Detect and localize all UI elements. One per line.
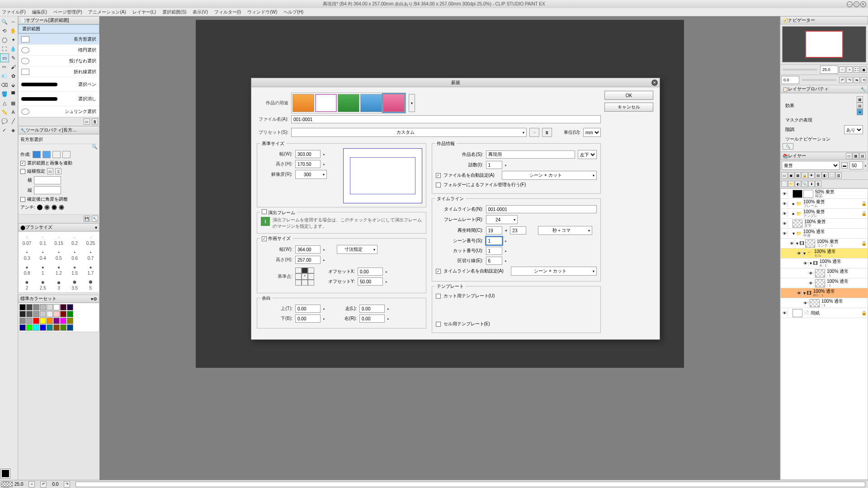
div-input[interactable] [486, 257, 502, 265]
menu-filter[interactable]: フィルター(I) [214, 9, 241, 15]
color-swatch[interactable] [19, 304, 26, 310]
base-h[interactable] [295, 160, 321, 168]
tool-brush-icon[interactable]: 🖌 [9, 62, 18, 71]
aspect-w[interactable] [34, 176, 61, 184]
reset-icon[interactable]: ⟲ [861, 77, 867, 83]
brush-menu-icon[interactable]: ▾ [95, 225, 97, 230]
mode-add-icon[interactable] [42, 151, 51, 158]
color-swatch[interactable] [53, 318, 60, 324]
filename-input[interactable] [291, 115, 601, 123]
tool-eyedrop-icon[interactable]: 💧 [9, 44, 18, 53]
anti-3-icon[interactable] [52, 205, 57, 210]
arrow-icon[interactable]: ▸ [323, 162, 325, 166]
arrow-icon[interactable]: ▸ [323, 248, 325, 252]
tool-grad-icon[interactable]: ▀ [9, 89, 18, 99]
drawsize-check[interactable]: ✓ [262, 236, 267, 241]
anti-4-icon[interactable] [59, 205, 64, 210]
preset-save-icon[interactable]: ▫ [529, 128, 539, 137]
layer-row[interactable]: 👁▾ 🎞100% 通常BG : 1 [781, 288, 868, 298]
lt-4-icon[interactable]: 🔒 [802, 172, 808, 178]
mode-sub-icon[interactable] [52, 151, 61, 158]
lt-new-icon[interactable]: 📄 [781, 181, 788, 187]
eye-icon[interactable]: 👁 [782, 310, 788, 316]
menu-help[interactable]: ヘルプ(H) [283, 9, 303, 15]
lt-1-icon[interactable]: ▭ [781, 172, 788, 178]
color-swatch[interactable] [40, 324, 46, 331]
offy[interactable] [358, 277, 383, 286]
foreground-color[interactable] [1, 469, 10, 478]
color-swatch[interactable] [19, 324, 26, 331]
maximize-icon[interactable]: □ [854, 1, 859, 7]
size-cell[interactable]: •0.6 [67, 248, 82, 262]
tool-ruler-icon[interactable]: 📏 [0, 108, 9, 117]
color-swatch[interactable] [53, 304, 60, 310]
angle-value[interactable] [781, 76, 799, 84]
color-swatch[interactable] [40, 304, 46, 310]
margin-t[interactable] [295, 305, 321, 313]
usage-anim[interactable] [383, 94, 405, 112]
tool-zoom-icon[interactable]: 🔍 [0, 17, 9, 26]
arrow-icon[interactable]: ▸ [505, 163, 507, 167]
link-check[interactable]: ✓ [20, 161, 25, 166]
subtool-ellipse[interactable]: 楕円選択 [19, 45, 99, 56]
tool-crop-icon[interactable]: ⛶ [0, 44, 9, 53]
tool-marquee-icon[interactable]: ▭ [0, 53, 9, 62]
lt-mask-icon[interactable]: ◐ [795, 181, 801, 187]
color-swatch[interactable] [60, 324, 66, 331]
unit-select[interactable]: mm [583, 128, 601, 137]
lt-folder-icon[interactable]: 📁 [788, 181, 794, 187]
menu-window[interactable]: ウィンドウ(W) [247, 9, 277, 15]
aspect-h[interactable] [34, 186, 61, 194]
arrow-icon[interactable]: ▸ [323, 152, 325, 156]
color-swatch[interactable] [26, 311, 33, 317]
layer-row[interactable]: 👁100% 通常: 1 [781, 268, 868, 278]
size-cell[interactable]: ●3 [51, 277, 66, 291]
eye-icon[interactable]: 👁 [782, 230, 788, 237]
draw-h[interactable] [295, 256, 321, 264]
anti-2-icon[interactable] [44, 205, 50, 210]
preset-select[interactable]: カスタム [291, 128, 527, 137]
menu-layer[interactable]: レイヤー(L) [132, 9, 156, 15]
lock-icon[interactable]: 🔒 [861, 241, 867, 246]
fit-icon[interactable]: ⛶ [854, 66, 860, 73]
prop-save-icon[interactable]: 💾 [84, 216, 90, 222]
lt-del-icon[interactable]: 🗑 [815, 181, 821, 187]
color-swatch[interactable] [47, 311, 53, 317]
anti-1-icon[interactable] [37, 205, 42, 210]
color-swatch[interactable] [33, 324, 39, 331]
tool-wand-icon[interactable]: ✦ [9, 35, 18, 44]
folder-check[interactable] [436, 183, 441, 188]
lt-6-icon[interactable]: ▤ [815, 172, 821, 178]
blend-mode[interactable]: 乗算 [782, 161, 840, 170]
lt-3-icon[interactable]: ▦ [795, 172, 801, 178]
color-swatch[interactable] [26, 324, 33, 331]
sb-2-icon[interactable]: + [28, 481, 35, 488]
color-swatch[interactable] [67, 304, 73, 310]
color-swatch[interactable] [60, 304, 66, 310]
aspect-check[interactable] [20, 169, 25, 174]
zoom-slider[interactable] [783, 69, 817, 70]
layer-row[interactable]: 👁▾ 📁100% 通常セル [781, 249, 868, 258]
tl-autoname-select[interactable]: シーン + カット [511, 267, 597, 276]
lock-icon[interactable]: 🔒 [861, 201, 867, 206]
usage-book[interactable] [338, 94, 359, 112]
eye-icon[interactable]: 👁 [808, 270, 814, 277]
arrow-icon[interactable]: ▸ [387, 307, 389, 311]
mode-new-icon[interactable] [33, 151, 41, 158]
arrow-icon[interactable]: ▸ [323, 258, 325, 262]
layer-h2-icon[interactable]: ▦ [853, 153, 859, 159]
tool-blend-icon[interactable]: ⬙ [9, 80, 18, 89]
usage-more-icon[interactable]: ▾ [409, 94, 415, 112]
color-swatch[interactable] [53, 311, 60, 317]
size-cell[interactable]: •0.4 [35, 248, 50, 262]
color-swatch[interactable] [26, 318, 33, 324]
angle-check[interactable] [20, 197, 25, 202]
tool-air-icon[interactable]: 💨 [0, 71, 9, 80]
fps-select[interactable]: 24 [486, 215, 518, 224]
opacity-input[interactable] [849, 161, 863, 169]
lt-9-icon[interactable]: ▥ [835, 172, 842, 178]
pos-select[interactable]: 左下 [578, 150, 597, 159]
flip-h-icon[interactable]: ⇋ [854, 77, 860, 83]
eye-icon[interactable]: 👁 [802, 300, 809, 306]
size-cell[interactable]: •0.5 [51, 248, 66, 262]
